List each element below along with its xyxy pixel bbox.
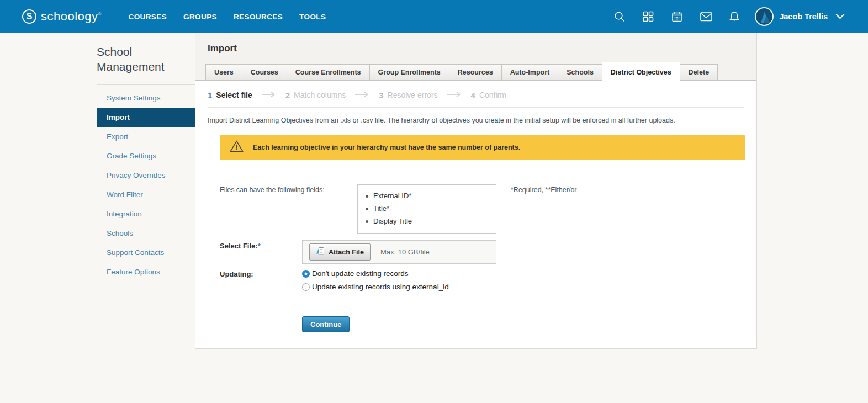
sidebar-item-system-settings[interactable]: System Settings xyxy=(97,88,195,108)
step-label: Select file xyxy=(216,91,252,99)
apps-grid-icon[interactable] xyxy=(642,10,654,23)
sidebar-item-support-contacts[interactable]: Support Contacts xyxy=(97,243,195,262)
radio-button-unselected[interactable] xyxy=(302,283,310,291)
sidebar: School Management System Settings Import… xyxy=(97,33,195,282)
field-item-external-id: External ID* xyxy=(364,189,490,202)
attach-file-box: Attach File Max. 10 GB/file xyxy=(302,240,496,264)
notifications-icon[interactable] xyxy=(728,10,740,23)
tab-content: Import District Learning Objectives from… xyxy=(195,116,756,332)
nav-item-resources[interactable]: RESOURCES xyxy=(225,7,291,26)
primary-nav: COURSES GROUPS RESOURCES TOOLS xyxy=(120,7,334,26)
sidebar-item-export[interactable]: Export xyxy=(97,127,195,146)
tab-auto-import[interactable]: Auto-Import xyxy=(501,64,559,81)
step-label: Resolve errors xyxy=(388,91,438,99)
tab-resources[interactable]: Resources xyxy=(449,64,502,81)
step-resolve-errors: 3 Resolve errors xyxy=(379,91,437,100)
sidebar-menu: System Settings Import Export Grade Sett… xyxy=(97,85,195,282)
radio-button-selected[interactable] xyxy=(302,270,310,278)
step-label: Confirm xyxy=(479,91,506,99)
import-steps: 1 Select file 2 Match columns 3 Resolve … xyxy=(195,81,756,107)
sidebar-item-privacy-overrides[interactable]: Privacy Overrides xyxy=(97,166,195,185)
select-file-label-text: Select File: xyxy=(220,242,258,250)
attach-file-icon xyxy=(316,247,325,257)
search-icon[interactable] xyxy=(613,10,626,23)
updating-options: Don't update existing records Update exi… xyxy=(302,268,449,296)
attach-file-button-label: Attach File xyxy=(329,248,364,256)
tab-course-enrollments[interactable]: Course Enrollments xyxy=(287,64,370,81)
step-number: 3 xyxy=(379,91,383,100)
step-select-file: 1 Select file xyxy=(208,91,252,100)
brand-wordmark: schoology xyxy=(41,9,98,23)
page-title: Import xyxy=(195,43,756,62)
warning-triangle-icon xyxy=(229,140,244,155)
import-description: Import District Learning Objectives from… xyxy=(208,116,744,124)
radio-update-external-id[interactable]: Update existing records using external_i… xyxy=(302,283,449,291)
tab-group-enrollments[interactable]: Group Enrollments xyxy=(369,64,449,81)
continue-button[interactable]: Continue xyxy=(302,316,350,332)
chevron-down-icon[interactable] xyxy=(835,12,845,22)
sidebar-item-feature-options[interactable]: Feature Options xyxy=(97,262,195,282)
step-number: 1 xyxy=(208,91,212,100)
sidebar-title: School Management xyxy=(97,33,195,84)
nav-item-tools[interactable]: TOOLS xyxy=(291,7,334,26)
navbar-right: Jacob Trellis xyxy=(597,7,845,26)
max-file-size-note: Max. 10 GB/file xyxy=(380,248,430,256)
step-number: 4 xyxy=(471,91,475,100)
field-item-title: Title* xyxy=(364,202,490,215)
user-name[interactable]: Jacob Trellis xyxy=(779,12,828,21)
warning-text: Each learning objective in your hierarch… xyxy=(253,144,520,151)
fields-list-box: External ID* Title* Display Title xyxy=(357,184,496,234)
required-asterisk: * xyxy=(258,242,261,250)
radio-label: Don't update existing records xyxy=(312,269,408,278)
sidebar-item-schools[interactable]: Schools xyxy=(97,224,195,243)
registered-mark: ® xyxy=(98,12,102,17)
step-label: Match columns xyxy=(294,91,346,99)
step-arrow-icon xyxy=(354,90,370,100)
tab-district-objectives[interactable]: District Objectives xyxy=(602,62,680,81)
fields-list: External ID* Title* Display Title xyxy=(364,189,490,227)
fields-row: Files can have the following fields: Ext… xyxy=(220,184,744,234)
calendar-icon[interactable] xyxy=(671,10,683,23)
main-panel: Import Users Courses Course Enrollments … xyxy=(195,33,757,349)
attach-file-button[interactable]: Attach File xyxy=(309,243,371,261)
step-arrow-icon xyxy=(261,90,277,100)
user-avatar[interactable] xyxy=(755,7,774,26)
tab-delete[interactable]: Delete xyxy=(680,64,718,81)
radio-label: Update existing records using external_i… xyxy=(312,283,449,291)
tab-courses[interactable]: Courses xyxy=(242,64,287,81)
select-file-row: Select File:* Attach File M xyxy=(220,240,744,264)
sidebar-item-word-filter[interactable]: Word Filter xyxy=(97,185,195,204)
radio-dont-update[interactable]: Don't update existing records xyxy=(302,269,449,278)
top-navbar: S schoology® COURSES GROUPS RESOURCES TO… xyxy=(0,0,868,33)
step-arrow-icon xyxy=(447,90,462,100)
steps-divider xyxy=(208,107,744,108)
step-match-columns: 2 Match columns xyxy=(285,91,346,100)
step-confirm: 4 Confirm xyxy=(471,91,506,100)
nav-item-courses[interactable]: COURSES xyxy=(120,7,175,26)
panel-header: Import Users Courses Course Enrollments … xyxy=(195,33,756,81)
nav-item-groups[interactable]: GROUPS xyxy=(175,7,225,26)
import-tabs: Users Courses Course Enrollments Group E… xyxy=(195,62,756,81)
tab-users[interactable]: Users xyxy=(205,64,242,81)
sidebar-item-import[interactable]: Import xyxy=(97,108,195,127)
schoology-s-icon: S xyxy=(22,9,36,24)
select-file-label: Select File:* xyxy=(220,240,302,250)
schoology-logo[interactable]: S schoology® xyxy=(22,9,101,24)
tab-schools[interactable]: Schools xyxy=(558,64,602,81)
field-item-display-title: Display Title xyxy=(364,215,490,227)
required-note: *Required, **Either/or xyxy=(511,184,577,194)
sidebar-item-grade-settings[interactable]: Grade Settings xyxy=(97,146,195,166)
step-number: 2 xyxy=(285,91,290,100)
updating-row: Updating: Don't update existing records … xyxy=(220,268,744,296)
sidebar-item-integration[interactable]: Integration xyxy=(97,204,195,224)
updating-label: Updating: xyxy=(220,268,302,278)
messages-icon[interactable] xyxy=(700,10,712,23)
fields-label: Files can have the following fields: xyxy=(220,184,357,194)
warning-banner: Each learning objective in your hierarch… xyxy=(220,135,745,160)
